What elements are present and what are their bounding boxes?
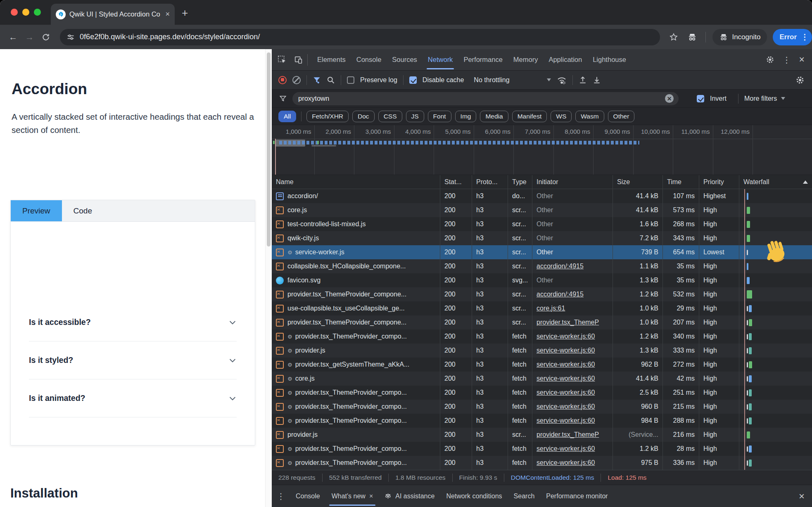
- filter-chip-doc[interactable]: Doc: [352, 111, 375, 122]
- waterfall-cell[interactable]: [739, 329, 812, 344]
- devtools-tab-elements[interactable]: Elements: [312, 49, 351, 71]
- new-tab-button[interactable]: +: [182, 7, 188, 19]
- initiator-cell[interactable]: service-worker.js:60: [532, 456, 613, 470]
- initiator-link[interactable]: service-worker.js:60: [537, 417, 595, 424]
- filter-chip-media[interactable]: Media: [480, 111, 508, 122]
- request-name-cell[interactable]: ⚙core.js: [272, 372, 440, 386]
- filter-chip-font[interactable]: Font: [428, 111, 451, 122]
- request-name-cell[interactable]: ⚙provider.tsx_ThemeProvider_compo...: [272, 329, 440, 344]
- export-har-icon[interactable]: [593, 76, 601, 84]
- drawer-tab-close-icon[interactable]: ×: [369, 493, 373, 500]
- initiator-cell[interactable]: service-worker.js:60: [532, 442, 613, 456]
- disable-cache-checkbox[interactable]: [409, 76, 417, 84]
- sort-ascending-icon[interactable]: [803, 180, 808, 184]
- invert-label[interactable]: Invert: [710, 95, 727, 102]
- initiator-link[interactable]: service-worker.js:60: [537, 333, 595, 340]
- devtools-tab-application[interactable]: Application: [543, 49, 587, 71]
- initiator-cell[interactable]: provider.tsx_ThemeP: [532, 315, 613, 329]
- waterfall-cell[interactable]: [739, 358, 812, 372]
- drawer-tab-network-conditions[interactable]: Network conditions: [440, 485, 508, 507]
- request-name-cell[interactable]: ⚙provider.tsx_ThemeProvider_compo...: [272, 442, 440, 456]
- network-request-row[interactable]: ⚙provider.tsx_ThemeProvider_compo...200h…: [272, 386, 812, 400]
- column-header-initiator[interactable]: Initiator: [532, 175, 613, 189]
- network-request-row[interactable]: core.js200h3scr...Other41.4 kB573 msHigh: [272, 203, 812, 217]
- url-text[interactable]: 0f6e2f0b.qwik-ui-site.pages.dev/docs/sty…: [80, 33, 260, 41]
- initiator-cell[interactable]: provider.tsx_ThemeP: [532, 428, 613, 442]
- request-name-cell[interactable]: ⚙provider.tsx_ThemeProvider_compo...: [272, 456, 440, 470]
- network-request-row[interactable]: ⚙provider.tsx_ThemeProvider_compo...200h…: [272, 414, 812, 428]
- waterfall-cell[interactable]: [739, 442, 812, 456]
- network-request-row[interactable]: ⚙provider.tsx_getSystemTheme_aKkA...200h…: [272, 358, 812, 372]
- site-settings-icon[interactable]: [66, 33, 75, 41]
- drawer-tab-console[interactable]: Console: [290, 485, 326, 507]
- page-scrollbar[interactable]: [265, 49, 272, 507]
- waterfall-cell[interactable]: [739, 273, 812, 287]
- waterfall-cell[interactable]: [739, 301, 812, 315]
- devtools-close-icon[interactable]: ×: [799, 54, 805, 65]
- initiator-cell[interactable]: accordion/:4915: [532, 287, 613, 301]
- preserve-log-label[interactable]: Preserve log: [360, 76, 397, 84]
- waterfall-cell[interactable]: [739, 287, 812, 301]
- initiator-link[interactable]: service-worker.js:60: [537, 347, 595, 354]
- column-header-waterfall[interactable]: Waterfall: [739, 175, 812, 189]
- initiator-link[interactable]: core.js:61: [537, 305, 565, 312]
- devtools-tab-lighthouse[interactable]: Lighthouse: [587, 49, 632, 71]
- status-6[interactable]: Load: 125 ms: [601, 474, 653, 481]
- network-request-row[interactable]: qwik-city.js200h3scr...Other7.2 kB343 ms…: [272, 231, 812, 245]
- devtools-tab-memory[interactable]: Memory: [508, 49, 544, 71]
- filter-chip-wasm[interactable]: Wasm: [575, 111, 604, 122]
- network-conditions-icon[interactable]: [557, 75, 567, 85]
- column-header-size[interactable]: Size: [613, 175, 663, 189]
- network-request-row[interactable]: test-controlled-list-mixed.js200h3scr...…: [272, 217, 812, 231]
- waterfall-cell[interactable]: [739, 456, 812, 470]
- forward-button[interactable]: →: [21, 32, 38, 42]
- request-name-cell[interactable]: collapsible.tsx_HCollapsible_compone...: [272, 259, 440, 273]
- initiator-cell[interactable]: service-worker.js:60: [532, 329, 613, 344]
- column-header-time[interactable]: Time: [663, 175, 699, 189]
- network-request-row[interactable]: ⚙service-worker.js200h3scr...Other739 B6…: [272, 245, 812, 259]
- error-profile-button[interactable]: Error ⋮: [773, 29, 812, 45]
- back-button[interactable]: ←: [5, 32, 21, 42]
- filter-chip-js[interactable]: JS: [406, 111, 424, 122]
- network-request-row[interactable]: provider.js200h3scr...provider.tsx_Theme…: [272, 428, 812, 442]
- request-name-cell[interactable]: accordion/: [272, 189, 440, 203]
- drawer-close-icon[interactable]: ×: [799, 490, 805, 502]
- network-request-row[interactable]: use-collapsible.tsx_useCollapsible_ge...…: [272, 301, 812, 315]
- devtools-tab-network[interactable]: Network: [423, 49, 458, 71]
- request-name-cell[interactable]: ⚙provider.tsx_ThemeProvider_compo...: [272, 386, 440, 400]
- reload-button[interactable]: [38, 33, 54, 41]
- request-name-cell[interactable]: provider.js: [272, 428, 440, 442]
- initiator-link[interactable]: accordion/:4915: [537, 263, 584, 270]
- maximize-window-button[interactable]: [34, 9, 41, 16]
- filter-chip-all[interactable]: All: [278, 111, 296, 122]
- column-header-name[interactable]: Name: [272, 175, 440, 189]
- initiator-link[interactable]: service-worker.js:60: [537, 445, 595, 453]
- invert-checkbox[interactable]: [697, 95, 704, 102]
- request-name-cell[interactable]: ⚙service-worker.js: [272, 245, 440, 259]
- devtools-tab-performance[interactable]: Performance: [458, 49, 508, 71]
- waterfall-cell[interactable]: [739, 414, 812, 428]
- initiator-link[interactable]: service-worker.js:60: [537, 375, 595, 382]
- request-name-cell[interactable]: provider.tsx_ThemeProvider_compone...: [272, 287, 440, 301]
- clear-network-log-icon[interactable]: [292, 76, 301, 84]
- search-network-icon[interactable]: [327, 76, 335, 84]
- accordion-trigger[interactable]: Is it styled?: [29, 341, 237, 379]
- window-controls[interactable]: [11, 9, 41, 16]
- devtools-tab-sources[interactable]: Sources: [387, 49, 423, 71]
- filter-icon[interactable]: [313, 76, 321, 84]
- waterfall-cell[interactable]: [739, 400, 812, 414]
- initiator-cell[interactable]: service-worker.js:60: [532, 358, 613, 372]
- network-overview-timeline[interactable]: 1,000 ms2,000 ms3,000 ms4,000 ms5,000 ms…: [272, 125, 812, 175]
- network-request-row[interactable]: ⚙provider.js200h3fetchservice-worker.js:…: [272, 344, 812, 358]
- drawer-tab-search[interactable]: Search: [508, 485, 541, 507]
- initiator-cell[interactable]: service-worker.js:60: [532, 372, 613, 386]
- initiator-link[interactable]: service-worker.js:60: [537, 361, 595, 368]
- throttling-select[interactable]: No throttling: [474, 76, 509, 84]
- drawer-menu-icon[interactable]: ⋮: [277, 491, 285, 501]
- column-header-priority[interactable]: Priority: [699, 175, 739, 189]
- initiator-link[interactable]: service-worker.js:60: [537, 389, 595, 396]
- filter-chip-img[interactable]: Img: [455, 111, 477, 122]
- filter-chip-ws[interactable]: WS: [551, 111, 572, 122]
- request-name-cell[interactable]: ⚙provider.tsx_getSystemTheme_aKkA...: [272, 358, 440, 372]
- filter-chip-manifest[interactable]: Manifest: [512, 111, 547, 122]
